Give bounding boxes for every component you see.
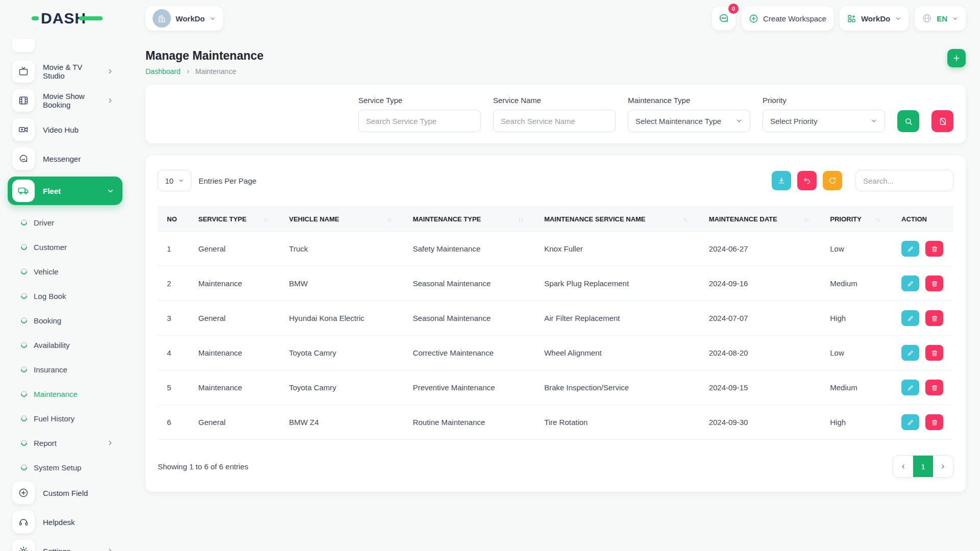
previous-page-button[interactable] — [893, 456, 913, 477]
service-name-input[interactable] — [493, 110, 616, 132]
cell-maintenance-date: 2024-09-30 — [704, 405, 825, 440]
service-type-input[interactable] — [358, 110, 481, 132]
sort-icon[interactable]: ↑↓ — [518, 216, 523, 222]
building-icon — [157, 14, 166, 23]
entries-summary: Showing 1 to 6 of 6 entries — [158, 462, 249, 471]
sort-icon[interactable]: ↑↓ — [683, 216, 688, 222]
pencil-icon — [907, 280, 914, 287]
search-icon — [904, 117, 913, 126]
chevron-right-icon — [107, 97, 114, 104]
cell-vehicle-name: Truck — [284, 232, 407, 266]
sidebar-subitem-fuel-history[interactable]: Fuel History — [21, 408, 114, 429]
edit-button[interactable] — [901, 276, 919, 291]
sort-icon[interactable]: ↑↓ — [263, 216, 267, 222]
export-button[interactable] — [772, 171, 791, 190]
delete-button[interactable] — [925, 310, 943, 326]
cell-priority: Low — [825, 336, 896, 370]
sidebar-subitem-report[interactable]: Report — [21, 433, 114, 453]
edit-button[interactable] — [901, 310, 919, 326]
sort-icon[interactable]: ↑↓ — [804, 216, 808, 222]
delete-button[interactable] — [925, 414, 943, 430]
trash-icon — [931, 315, 938, 322]
sidebar-item-video-hub[interactable]: Video Hub — [12, 118, 114, 141]
workspace-switcher[interactable]: WorkDo — [840, 6, 909, 31]
refresh-icon — [828, 177, 837, 185]
sidebar-subitem-system-setup[interactable]: System Setup — [21, 457, 114, 478]
delete-button[interactable] — [925, 345, 943, 361]
column-header[interactable]: MAINTENANCE SERVICE NAME↑↓ — [539, 207, 704, 232]
edit-button[interactable] — [901, 380, 919, 395]
chevron-down-icon — [178, 178, 184, 184]
apply-filter-button[interactable] — [897, 110, 919, 132]
table-row: 6 General BMW Z4 Routine Maintenance Tir… — [158, 405, 953, 440]
entries-per-page-select[interactable]: 10 — [158, 170, 191, 191]
maintenance-type-value: Select Maintenance Type — [635, 117, 721, 126]
sidebar-subitem-log-book[interactable]: Log Book — [21, 286, 114, 306]
column-header[interactable]: SERVICE TYPE↑↓ — [193, 207, 284, 232]
table-search-input[interactable] — [855, 170, 953, 191]
chevron-down-icon — [895, 15, 901, 22]
workspace-selector[interactable]: WorkDo — [145, 6, 223, 31]
sidebar-item-helpdesk[interactable]: Helpdesk — [12, 511, 114, 533]
entries-per-page-value: 10 — [165, 177, 174, 185]
sidebar-item-movie-show-booking[interactable]: Movie Show Booking — [12, 89, 114, 112]
sidebar-subitem-vehicle[interactable]: Vehicle — [21, 261, 114, 282]
headphones-icon — [12, 511, 35, 533]
sidebar-subitem-availability[interactable]: Availability — [21, 335, 114, 355]
sidebar-subitem-driver[interactable]: Driver — [21, 212, 114, 233]
column-header[interactable]: NO — [158, 207, 193, 232]
cell-maintenance-service-name: Knox Fuller — [539, 232, 704, 266]
sidebar-subitem-customer[interactable]: Customer — [21, 237, 114, 257]
refresh-button[interactable] — [823, 171, 842, 190]
trash-icon — [931, 280, 938, 287]
brand-logo[interactable]: DASH — [32, 10, 145, 27]
sidebar-item-settings[interactable]: Settings — [12, 540, 114, 551]
chevron-down-icon — [107, 187, 114, 195]
sidebar: Movie & TV Studio Movie Show Booking Vid… — [0, 37, 135, 551]
sort-icon[interactable]: ↑↓ — [875, 216, 880, 222]
breadcrumb-dashboard-link[interactable]: Dashboard — [145, 67, 181, 76]
priority-select[interactable]: Select Priority — [763, 110, 885, 132]
maintenance-type-select[interactable]: Select Maintenance Type — [628, 110, 750, 132]
create-workspace-button[interactable]: Create Workspace — [742, 6, 834, 31]
current-page[interactable]: 1 — [913, 456, 933, 477]
sidebar-subitem-maintenance[interactable]: Maintenance — [21, 384, 114, 404]
column-header[interactable]: MAINTENANCE TYPE↑↓ — [408, 207, 540, 232]
next-page-button[interactable] — [933, 456, 953, 477]
messages-button[interactable]: 0 — [712, 7, 736, 30]
chevron-right-icon — [940, 463, 946, 470]
sidebar-item-fleet[interactable]: Fleet — [8, 177, 122, 205]
delete-button[interactable] — [925, 380, 943, 395]
clear-filter-button[interactable] — [932, 110, 953, 132]
delete-button[interactable] — [925, 241, 943, 257]
scrolled-item-partial — [12, 39, 35, 52]
sidebar-item-label: Fleet — [43, 187, 61, 195]
bullet-icon — [20, 414, 29, 423]
column-header[interactable]: MAINTENANCE DATE↑↓ — [704, 207, 825, 232]
edit-button[interactable] — [901, 414, 919, 430]
trash-icon — [931, 384, 938, 391]
undo-button[interactable] — [797, 171, 817, 190]
cell-no: 4 — [158, 336, 193, 370]
cell-maintenance-type: Routine Maintenance — [408, 405, 540, 440]
chevron-down-icon — [952, 15, 959, 22]
sidebar-subitem-insurance[interactable]: Insurance — [21, 359, 114, 380]
delete-button[interactable] — [925, 276, 943, 291]
sort-icon[interactable]: ↑↓ — [387, 216, 391, 222]
sidebar-item-messenger[interactable]: Messenger — [12, 147, 114, 170]
language-selector[interactable]: EN — [915, 6, 966, 31]
sidebar-item-movie-tv-studio[interactable]: Movie & TV Studio — [12, 60, 114, 83]
column-header[interactable]: VEHICLE NAME↑↓ — [284, 207, 407, 232]
add-maintenance-button[interactable] — [947, 49, 966, 67]
edit-button[interactable] — [901, 241, 919, 257]
column-header[interactable]: ACTION — [896, 207, 953, 232]
cell-maintenance-type: Seasonal Maintenance — [408, 301, 540, 336]
trash-icon — [931, 245, 938, 253]
plus-circle-icon — [12, 482, 35, 504]
cell-vehicle-name: BMW Z4 — [284, 405, 407, 440]
sidebar-item-custom-field[interactable]: Custom Field — [12, 482, 114, 504]
column-header[interactable]: PRIORITY↑↓ — [825, 207, 896, 232]
pencil-icon — [907, 245, 914, 253]
sidebar-subitem-booking[interactable]: Booking — [21, 310, 114, 331]
edit-button[interactable] — [901, 345, 919, 361]
